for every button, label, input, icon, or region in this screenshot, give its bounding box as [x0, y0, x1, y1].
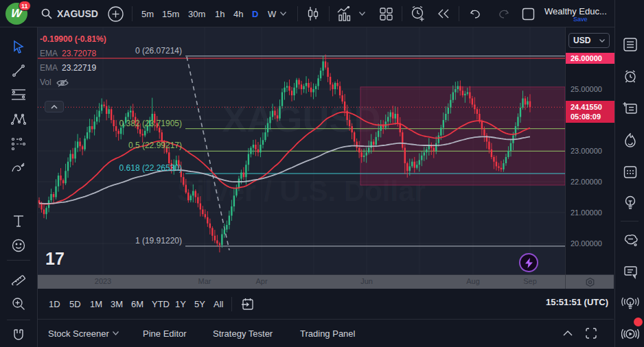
- chevron-down-icon: [113, 331, 119, 335]
- price-axis-label: 20.00000: [571, 239, 602, 248]
- notes-icon[interactable]: [621, 99, 640, 118]
- notification-badge: 11: [19, 1, 31, 11]
- minds-icon[interactable]: [621, 230, 640, 250]
- streams-icon[interactable]: [621, 294, 640, 313]
- ema1-value: 23.72078: [62, 47, 96, 61]
- maximize-icon: [586, 328, 597, 339]
- undo-icon: [469, 9, 481, 19]
- tab-strategy-tester[interactable]: Strategy Tester: [213, 320, 273, 347]
- replay-rewind-icon: [437, 9, 450, 19]
- tab-pine-editor[interactable]: Pine Editor: [143, 320, 187, 347]
- range-6m[interactable]: 6M: [128, 297, 146, 311]
- top-toolbar: W 11 XAGUSD 5m 15m 30m 1h 4h D W: [0, 0, 644, 27]
- lightning-button[interactable]: [519, 253, 538, 272]
- currency-select[interactable]: USD: [568, 33, 610, 48]
- range-3m[interactable]: 3M: [108, 297, 126, 311]
- bar-replay-button[interactable]: [437, 0, 450, 27]
- plus-circle-icon: [108, 6, 124, 22]
- chart-style-button[interactable]: [307, 0, 319, 27]
- bottom-panel-bar: Stock Screener Pine Editor Strategy Test…: [38, 320, 614, 347]
- save-layout-icon: [522, 8, 535, 21]
- candles-icon: [307, 6, 319, 21]
- save-link[interactable]: Save: [573, 16, 588, 23]
- range-1m[interactable]: 1M: [87, 297, 105, 311]
- currency-value: USD: [573, 36, 590, 45]
- tool-zoom-in[interactable]: [9, 294, 28, 313]
- interval-30m[interactable]: 30m: [188, 0, 205, 27]
- chevron-down-icon: [359, 12, 365, 16]
- undo-button[interactable]: [469, 0, 481, 27]
- tool-emoji[interactable]: [9, 236, 28, 255]
- current-price-tag: 24.4155005:08:09: [566, 101, 614, 123]
- chat-icon[interactable]: [621, 263, 640, 282]
- price-axis-label: 21.00000: [571, 208, 602, 217]
- ideas-icon[interactable]: [621, 193, 640, 213]
- indicators-button[interactable]: [337, 0, 365, 27]
- interval-1d[interactable]: D: [252, 0, 258, 27]
- save-status-button[interactable]: [522, 0, 535, 27]
- chart-legend: -0.19900 (-0.81%) EMA 23.72078 EMA 23.22…: [40, 32, 106, 90]
- right-sidebar: [614, 0, 644, 347]
- time-axis[interactable]: 2023MarAprJunAugSep: [38, 274, 565, 289]
- price-axis-label: 23.00000: [571, 147, 602, 155]
- time-axis-label: Mar: [198, 277, 211, 285]
- alert-clock-plus-icon: [410, 5, 426, 22]
- gear-icon[interactable]: [585, 277, 595, 287]
- calendar-icon[interactable]: [621, 163, 640, 182]
- panel-expand-button[interactable]: [563, 320, 573, 347]
- live-icon[interactable]: [621, 324, 640, 344]
- tool-ruler[interactable]: [9, 268, 28, 287]
- tab-trading-panel[interactable]: Trading Panel: [300, 320, 355, 347]
- interval-1h[interactable]: 1h: [215, 0, 225, 27]
- price-axis-label: 26.00000: [566, 53, 614, 64]
- symbol-name: XAGUSD: [57, 8, 98, 19]
- interval-dropdown[interactable]: [280, 0, 286, 27]
- calendar-arrow-icon: [241, 298, 254, 311]
- volume-label: Vol: [40, 75, 51, 90]
- range-all[interactable]: All: [211, 297, 226, 311]
- compare-add-button[interactable]: [108, 0, 124, 27]
- layout-grid-button[interactable]: [380, 0, 393, 27]
- watchlist-icon[interactable]: [621, 35, 640, 54]
- tool-cursor[interactable]: [9, 37, 28, 56]
- alerts-icon[interactable]: [621, 67, 640, 86]
- ema2-value: 23.22719: [62, 61, 96, 75]
- tool-trend-line[interactable]: [9, 61, 28, 80]
- axis-settings-cell[interactable]: [565, 274, 614, 289]
- tool-magnet[interactable]: [9, 325, 28, 344]
- tool-text[interactable]: [9, 211, 28, 230]
- tab-stock-screener[interactable]: Stock Screener: [48, 320, 119, 347]
- candlestick-chart[interactable]: [38, 27, 565, 274]
- price-axis[interactable]: USD 26.0000025.0000024.0000023.0000022.0…: [565, 27, 614, 289]
- range-5y[interactable]: 5Y: [192, 297, 208, 311]
- interval-4h[interactable]: 4h: [233, 0, 243, 27]
- hotlists-icon[interactable]: [621, 131, 640, 150]
- drawing-toolbar: [0, 27, 38, 347]
- range-1y[interactable]: 1Y: [172, 297, 189, 311]
- panel-maximize-button[interactable]: [586, 320, 597, 347]
- tradingview-window: XAGUSD Silver / U.S. Dollar 0 (26.07214)…: [0, 0, 644, 347]
- interval-5m[interactable]: 5m: [141, 0, 154, 27]
- legend-collapse-button[interactable]: [45, 101, 64, 112]
- symbol-search[interactable]: XAGUSD: [41, 0, 98, 27]
- range-1d[interactable]: 1D: [46, 297, 63, 311]
- chevron-down-icon: [280, 12, 286, 16]
- range-toolbar: 1D 5D 1M 3M 6M YTD 1Y 5Y All 15:51:51 (U…: [38, 289, 614, 320]
- interval-1w[interactable]: W: [268, 0, 276, 27]
- create-alert-button[interactable]: [410, 0, 426, 27]
- time-axis-label: Aug: [466, 277, 480, 285]
- range-5d[interactable]: 5D: [67, 297, 84, 311]
- tool-projection[interactable]: [9, 134, 28, 154]
- tradingview-logo[interactable]: 17: [43, 248, 71, 272]
- tool-fib-retracement[interactable]: [9, 85, 28, 104]
- price-axis-label: 22.00000: [571, 178, 602, 186]
- redo-button[interactable]: [498, 0, 510, 27]
- tool-xabcd-pattern[interactable]: [9, 110, 28, 129]
- ema2-label: EMA: [40, 61, 58, 75]
- tool-brush[interactable]: [9, 158, 28, 178]
- clock[interactable]: 15:51:51 (UTC): [546, 297, 608, 307]
- go-to-date-button[interactable]: [238, 297, 257, 311]
- interval-15m[interactable]: 15m: [162, 0, 179, 27]
- range-ytd[interactable]: YTD: [149, 297, 172, 311]
- eye-slash-icon[interactable]: [56, 78, 69, 88]
